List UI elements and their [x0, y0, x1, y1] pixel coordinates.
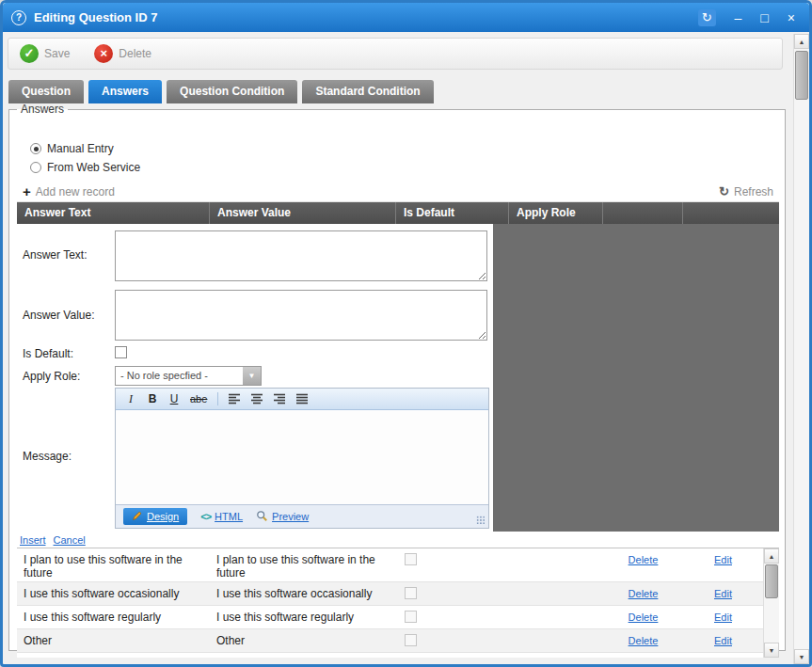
cell-edit: Edit: [683, 606, 763, 628]
tab-question-condition[interactable]: Question Condition: [167, 80, 297, 103]
radio-selected-icon: [30, 143, 41, 154]
cell-edit: Edit: [683, 548, 763, 581]
answer-value-input[interactable]: [115, 290, 487, 341]
cell-apply-role: [509, 548, 603, 581]
cell-apply-role: [509, 606, 603, 628]
align-right-icon[interactable]: [274, 393, 286, 405]
cell-delete: Delete: [603, 606, 683, 628]
add-icon: +: [23, 185, 31, 199]
column-header-edit: [683, 202, 779, 224]
delete-button[interactable]: × Delete: [94, 44, 151, 63]
save-button[interactable]: ✓ Save: [20, 44, 70, 63]
apply-role-value: - No role specfied -: [116, 367, 243, 385]
tab-question[interactable]: Question: [8, 80, 84, 103]
align-left-icon[interactable]: [229, 393, 241, 405]
column-header-answer-text[interactable]: Answer Text: [17, 202, 210, 224]
add-new-record-button[interactable]: + Add new record: [23, 185, 115, 199]
cell-edit: Edit: [683, 582, 763, 605]
cancel-link[interactable]: Cancel: [54, 534, 86, 546]
cell-apply-role: [509, 629, 603, 652]
column-header-apply-role[interactable]: Apply Role: [509, 202, 603, 224]
is-default-checkbox: [405, 611, 417, 623]
edit-link[interactable]: Edit: [714, 554, 732, 565]
table-row: I use this software regularly I use this…: [17, 606, 779, 629]
radio-from-web-service-label: From Web Service: [47, 161, 140, 174]
groupbox-legend: Answers: [17, 103, 68, 116]
window-controls: ↻ – □ ×: [698, 9, 795, 26]
italic-button[interactable]: I: [125, 392, 136, 406]
column-header-answer-value[interactable]: Answer Value: [210, 202, 396, 224]
scroll-up-button[interactable]: ▲: [764, 548, 779, 564]
add-new-record-label: Add new record: [36, 185, 115, 199]
align-center-icon[interactable]: [251, 393, 263, 405]
table-row: I plan to use this software in the futur…: [17, 548, 779, 582]
align-justify-icon[interactable]: [296, 393, 309, 405]
scroll-thumb[interactable]: [765, 564, 778, 598]
delete-icon: ×: [94, 44, 113, 63]
window-scrollbar[interactable]: ▲ ▼: [793, 34, 809, 664]
scroll-down-button[interactable]: ▼: [764, 643, 779, 658]
preview-tab[interactable]: Preview: [256, 510, 309, 524]
help-icon[interactable]: ?: [11, 10, 26, 25]
titlebar: ? Editing Question ID 7 ↻ – □ ×: [3, 3, 809, 32]
apply-role-label: Apply Role:: [23, 370, 80, 383]
underline-button[interactable]: U: [168, 392, 180, 405]
pencil-icon: [132, 510, 143, 523]
cell-answer-value: Other: [210, 629, 396, 652]
delete-link[interactable]: Delete: [629, 588, 659, 599]
close-button[interactable]: ×: [788, 9, 795, 26]
toolbar: ✓ Save × Delete: [8, 38, 783, 70]
grid-rows: I plan to use this software in the futur…: [17, 548, 779, 658]
magnifier-icon: [256, 510, 268, 524]
refresh-button[interactable]: ↻ Refresh: [719, 184, 773, 199]
preview-tab-label: Preview: [272, 511, 309, 522]
refresh-label: Refresh: [734, 185, 773, 199]
window-title: Editing Question ID 7: [34, 10, 698, 24]
save-icon: ✓: [20, 44, 39, 63]
insert-form: Answer Text: Answer Value: Is Default: A…: [17, 224, 493, 532]
tab-strip: Question Answers Question Condition Stan…: [8, 80, 434, 103]
tab-answers[interactable]: Answers: [88, 80, 162, 103]
window-refresh-button[interactable]: ↻: [698, 9, 716, 26]
edit-link[interactable]: Edit: [714, 611, 732, 623]
scroll-up-button[interactable]: ▲: [794, 34, 809, 49]
tab-standard-condition[interactable]: Standard Condition: [302, 80, 433, 103]
delete-link[interactable]: Delete: [629, 611, 659, 623]
apply-role-select[interactable]: - No role specfied - ▼: [115, 366, 262, 386]
strikethrough-button[interactable]: abe: [190, 393, 207, 405]
insert-cancel-row: Insert Cancel: [17, 532, 779, 548]
editor-resize-grip[interactable]: [476, 516, 486, 525]
message-editor: I B U abe: [115, 388, 489, 529]
message-label: Message:: [23, 450, 72, 463]
html-tab[interactable]: <> HTML: [200, 511, 243, 522]
insert-form-area: Answer Text: Answer Value: Is Default: A…: [17, 224, 779, 532]
insert-link[interactable]: Insert: [20, 534, 46, 546]
bold-button[interactable]: B: [147, 392, 158, 405]
cell-answer-text: I use this software regularly: [17, 606, 210, 628]
scroll-thumb[interactable]: [795, 51, 808, 100]
delete-link[interactable]: Delete: [629, 635, 659, 646]
answers-grid: + Add new record ↻ Refresh Answer Text A…: [17, 182, 779, 658]
edit-link[interactable]: Edit: [714, 635, 732, 646]
radio-manual-entry-label: Manual Entry: [47, 142, 114, 155]
is-default-checkbox[interactable]: [115, 346, 127, 358]
dialog-window: ? Editing Question ID 7 ↻ – □ × ✓ Save ×…: [0, 0, 812, 667]
minimize-button[interactable]: –: [735, 9, 742, 26]
grid-command-bar: + Add new record ↻ Refresh: [17, 182, 779, 202]
cell-answer-text: I plan to use this software in the futur…: [17, 548, 210, 581]
answer-text-input[interactable]: [115, 230, 487, 281]
cell-answer-value: I use this software occasionally: [210, 582, 396, 605]
editor-mode-bar: Design <> HTML Preview: [116, 504, 488, 528]
radio-from-web-service[interactable]: From Web Service: [30, 161, 140, 174]
editor-toolbar: I B U abe: [116, 389, 488, 410]
edit-link[interactable]: Edit: [714, 588, 732, 599]
cell-answer-value: I use this software regularly: [210, 606, 396, 628]
delete-link[interactable]: Delete: [629, 554, 659, 565]
maximize-button[interactable]: □: [760, 9, 768, 26]
design-tab[interactable]: Design: [123, 508, 187, 525]
radio-manual-entry[interactable]: Manual Entry: [30, 142, 114, 155]
scroll-down-button[interactable]: ▼: [794, 649, 809, 664]
column-header-is-default[interactable]: Is Default: [396, 202, 509, 224]
rows-scrollbar[interactable]: ▲ ▼: [763, 548, 779, 658]
message-input[interactable]: [116, 410, 488, 504]
